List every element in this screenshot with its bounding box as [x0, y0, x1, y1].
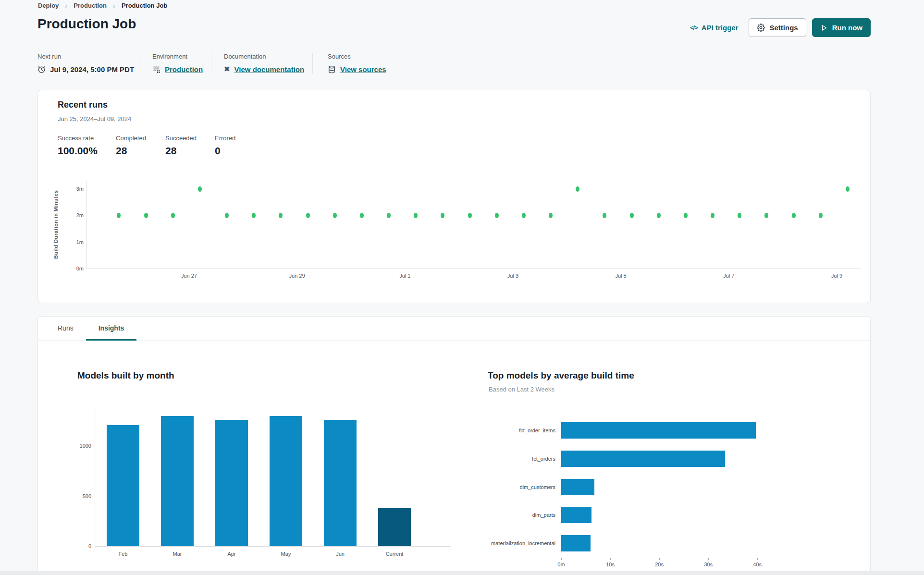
sources-label: Sources — [328, 53, 386, 60]
run-data-point[interactable] — [441, 213, 444, 218]
month-x-tick-label: Feb — [106, 551, 140, 557]
topmodels-x-tick-mark — [708, 558, 709, 560]
run-data-point[interactable] — [764, 213, 768, 218]
scatter-x-tick-label: Jun 29 — [280, 273, 314, 279]
breadcrumb-item-production-job[interactable]: Production Job — [122, 2, 167, 9]
stat-label: Completed — [116, 135, 165, 142]
run-data-point[interactable] — [225, 213, 229, 218]
clock-icon — [37, 65, 46, 73]
month-bar-feb — [107, 425, 139, 546]
chevron-right-icon: › — [65, 2, 67, 9]
scatter-y-axis-title: Build Duration in Minutes — [51, 181, 60, 269]
run-data-point[interactable] — [819, 213, 823, 218]
topmodels-x-tick-label: 20s — [647, 562, 671, 567]
view-documentation-link[interactable]: View documentation — [234, 65, 305, 73]
scatter-x-tick-label: Jul 3 — [496, 273, 530, 279]
stat-success-rate: Success rate100.00% — [58, 135, 116, 157]
next-run-column: Next run Jul 9, 2024, 5:00 PM PDT — [37, 53, 139, 73]
environment-icon — [152, 65, 160, 73]
run-data-point[interactable] — [117, 213, 121, 218]
run-data-point[interactable] — [306, 213, 310, 218]
run-data-point[interactable] — [279, 213, 283, 218]
run-data-point[interactable] — [171, 213, 175, 218]
run-data-point[interactable] — [711, 213, 715, 218]
run-data-point[interactable] — [738, 213, 741, 218]
month-x-tick-label: Current — [378, 551, 411, 557]
run-data-point[interactable] — [657, 213, 661, 218]
run-data-point[interactable] — [495, 213, 499, 218]
page-title: Production Job — [37, 16, 136, 32]
insights-card: RunsInsights Models built by month 05001… — [37, 316, 871, 571]
model-label-fct-order-items: fct_order_items — [456, 428, 555, 433]
run-data-point[interactable] — [360, 213, 364, 218]
run-data-point[interactable] — [468, 213, 472, 218]
view-sources-link[interactable]: View sources — [340, 65, 386, 73]
code-icon: </> — [690, 24, 698, 31]
topmodels-x-tick-mark — [561, 558, 562, 560]
settings-button[interactable]: Settings — [749, 18, 806, 37]
scatter-y-tick-label: 2m — [64, 213, 84, 218]
next-run-label: Next run — [37, 53, 139, 60]
run-data-point[interactable] — [522, 213, 526, 218]
recent-runs-card: Recent runs Jun 25, 2024–Jul 09, 2024 Su… — [37, 90, 871, 303]
breadcrumb-item-production[interactable]: Production — [74, 2, 107, 9]
topmodels-chart-title: Top models by average build time — [488, 370, 634, 381]
run-now-button[interactable]: Run now — [812, 18, 871, 37]
chevron-right-icon: › — [113, 2, 115, 9]
model-label-dim-customers: dim_customers — [456, 485, 555, 490]
model-label-materialization-incremental: materialization_incremental — [456, 541, 555, 546]
tab-insights[interactable]: Insights — [86, 317, 137, 340]
tab-runs[interactable]: Runs — [45, 317, 86, 340]
topmodels-x-tick-mark — [610, 558, 611, 560]
months-y-tick-label: 500 — [71, 494, 91, 499]
topmodels-x-tick-mark — [659, 558, 660, 560]
month-bar-current — [378, 508, 411, 546]
recent-runs-date-range: Jun 25, 2024–Jul 09, 2024 — [58, 115, 131, 122]
gear-icon — [757, 24, 765, 32]
scatter-y-tick-label: 3m — [64, 186, 84, 192]
month-bar-apr — [215, 420, 248, 546]
api-trigger-label: API trigger — [702, 24, 739, 32]
breadcrumb-item-deploy[interactable]: Deploy — [38, 2, 59, 9]
topmodels-x-tick-label: 40s — [745, 562, 769, 567]
run-data-point[interactable] — [333, 213, 337, 218]
horizontal-scrollbar[interactable] — [0, 571, 924, 575]
api-trigger-link[interactable]: </> API trigger — [690, 24, 738, 32]
settings-label: Settings — [769, 24, 798, 32]
environment-label: Environment — [152, 53, 211, 60]
topmodels-x-tick-label: 30s — [696, 562, 720, 567]
stat-value: 0 — [215, 145, 235, 157]
stat-label: Success rate — [58, 135, 116, 142]
tab-strip: RunsInsights — [38, 317, 870, 341]
environment-link[interactable]: Production — [165, 65, 203, 73]
run-data-point[interactable] — [414, 213, 418, 218]
run-data-point[interactable] — [792, 213, 796, 218]
recent-runs-stats: Success rate100.00%Completed28Succeeded2… — [58, 135, 235, 157]
scatter-y-tick-label: 0m — [64, 266, 84, 271]
stat-completed: Completed28 — [116, 135, 165, 157]
run-data-point[interactable] — [603, 213, 606, 218]
sources-column: Sources View sources — [312, 53, 386, 73]
run-data-point[interactable] — [252, 213, 256, 218]
months-y-tick-label: 0 — [71, 544, 91, 549]
topmodels-chart-subtitle: Based on Last 2 Weeks — [489, 386, 554, 393]
run-data-point[interactable] — [198, 186, 202, 192]
run-data-point[interactable] — [846, 186, 850, 192]
stat-label: Succeeded — [165, 135, 215, 142]
topmodels-x-tick-mark — [757, 558, 758, 560]
run-data-point[interactable] — [684, 213, 688, 218]
run-data-point[interactable] — [576, 186, 579, 192]
model-label-fct-orders: fct_orders — [456, 456, 555, 462]
run-data-point[interactable] — [549, 213, 553, 218]
run-data-point[interactable] — [387, 213, 391, 218]
stat-value: 100.00% — [58, 145, 116, 157]
scatter-x-tick-label: Jul 1 — [388, 273, 422, 279]
months-y-tick-label: 1000 — [71, 443, 91, 449]
run-data-point[interactable] — [144, 213, 148, 218]
dbt-docs-icon: ✖ — [224, 66, 230, 73]
stat-succeeded: Succeeded28 — [165, 135, 215, 157]
months-chart-plot: 05001000FebMarAprMayJunCurrent — [95, 406, 451, 547]
recent-runs-title: Recent runs — [58, 100, 108, 110]
run-data-point[interactable] — [630, 213, 634, 218]
header-actions: </> API trigger Settings Run now — [690, 18, 871, 37]
